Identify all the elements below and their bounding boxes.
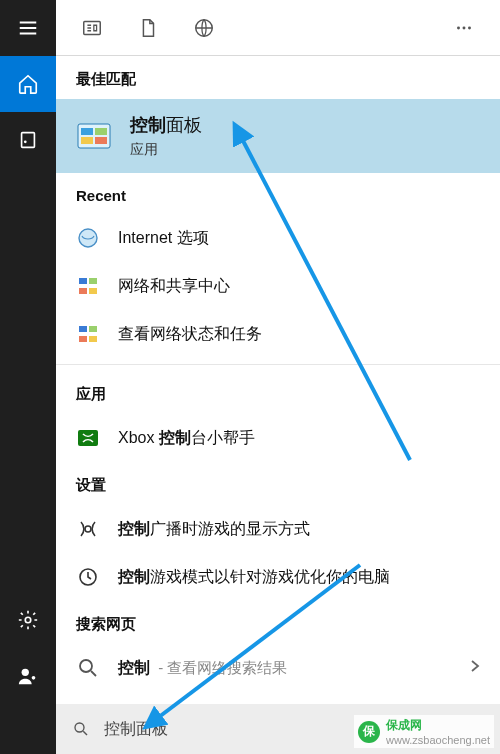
chevron-right-icon (470, 659, 480, 677)
svg-point-8 (463, 26, 466, 29)
svg-rect-20 (79, 326, 87, 332)
sidebar (0, 0, 56, 754)
recent-item[interactable]: Internet 选项 (56, 214, 500, 262)
svg-rect-22 (79, 336, 87, 342)
svg-point-9 (468, 26, 471, 29)
setting-item[interactable]: 控制广播时游戏的显示方式 (56, 505, 500, 553)
svg-rect-5 (84, 21, 101, 34)
svg-point-3 (22, 669, 29, 676)
section-best-match: 最佳匹配 (56, 56, 500, 99)
user-icon (17, 665, 39, 687)
svg-point-4 (32, 676, 36, 680)
svg-rect-12 (95, 128, 107, 135)
ellipsis-icon (453, 17, 475, 39)
tab-more[interactable] (436, 0, 492, 56)
watermark-badge: 保 (358, 721, 380, 743)
svg-rect-13 (81, 137, 93, 144)
web-item-sub: - 查看网络搜索结果 (154, 659, 287, 676)
svg-rect-17 (89, 278, 97, 284)
content-panel: 最佳匹配 控制面板 应用 Recent Internet 选项 网络和共享中心 (56, 0, 500, 754)
internet-options-icon (76, 226, 100, 250)
menu-button[interactable] (0, 0, 56, 56)
search-input[interactable]: 控制面板 (104, 719, 168, 740)
svg-rect-23 (89, 336, 97, 342)
xbox-icon (76, 426, 100, 450)
recent-item[interactable]: 网络和共享中心 (56, 262, 500, 310)
home-button[interactable] (0, 56, 56, 112)
best-match-result[interactable]: 控制面板 应用 (56, 99, 500, 173)
svg-point-2 (25, 617, 31, 623)
hamburger-icon (17, 17, 39, 39)
svg-rect-0 (22, 133, 35, 148)
recent-item-label: 网络和共享中心 (118, 276, 230, 297)
web-item-label: 控制 - 查看网络搜索结果 (118, 658, 287, 679)
home-icon (17, 73, 39, 95)
network-status-icon (76, 322, 100, 346)
svg-rect-10 (78, 124, 110, 148)
settings-button[interactable] (0, 592, 56, 648)
svg-rect-14 (95, 137, 107, 144)
gear-icon (17, 609, 39, 631)
section-settings: 设置 (56, 462, 500, 505)
broadcast-icon (76, 517, 100, 541)
setting-item[interactable]: 控制游戏模式以针对游戏优化你的电脑 (56, 553, 500, 601)
watermark-brand: 保成网 (386, 717, 490, 734)
app-item[interactable]: Xbox 控制台小帮手 (56, 414, 500, 462)
news-icon (81, 17, 103, 39)
svg-point-25 (85, 526, 91, 532)
section-recent: Recent (56, 173, 500, 214)
svg-point-15 (79, 229, 97, 247)
gamemode-icon (76, 565, 100, 589)
svg-point-7 (457, 26, 460, 29)
tab-apps[interactable] (64, 0, 120, 56)
web-item[interactable]: 控制 - 查看网络搜索结果 (56, 644, 500, 692)
svg-rect-16 (79, 278, 87, 284)
recent-button[interactable] (0, 112, 56, 168)
search-icon (76, 656, 100, 680)
network-sharing-icon (76, 274, 100, 298)
recent-item[interactable]: 查看网络状态和任务 (56, 310, 500, 358)
best-match-title: 控制面板 (130, 113, 202, 137)
tab-documents[interactable] (120, 0, 176, 56)
app-item-label: Xbox 控制台小帮手 (118, 428, 255, 449)
watermark-url: www.zsbaocheng.net (386, 734, 490, 746)
tab-web[interactable] (176, 0, 232, 56)
svg-rect-24 (78, 430, 98, 446)
section-web: 搜索网页 (56, 601, 500, 644)
svg-rect-21 (89, 326, 97, 332)
recent-icon (17, 129, 39, 151)
control-panel-icon (76, 118, 112, 154)
svg-point-27 (80, 660, 92, 672)
search-icon (72, 720, 90, 738)
filter-tabs (56, 0, 500, 56)
setting-item-label: 控制广播时游戏的显示方式 (118, 519, 310, 540)
svg-point-1 (24, 140, 27, 143)
globe-icon (193, 17, 215, 39)
svg-point-28 (75, 723, 84, 732)
user-button[interactable] (0, 648, 56, 704)
recent-item-label: 查看网络状态和任务 (118, 324, 262, 345)
svg-rect-19 (89, 288, 97, 294)
svg-rect-18 (79, 288, 87, 294)
watermark: 保 保成网 www.zsbaocheng.net (354, 715, 494, 748)
best-match-subtitle: 应用 (130, 141, 202, 159)
setting-item-label: 控制游戏模式以针对游戏优化你的电脑 (118, 567, 390, 588)
svg-rect-11 (81, 128, 93, 135)
section-apps: 应用 (56, 371, 500, 414)
recent-item-label: Internet 选项 (118, 228, 209, 249)
document-icon (137, 17, 159, 39)
